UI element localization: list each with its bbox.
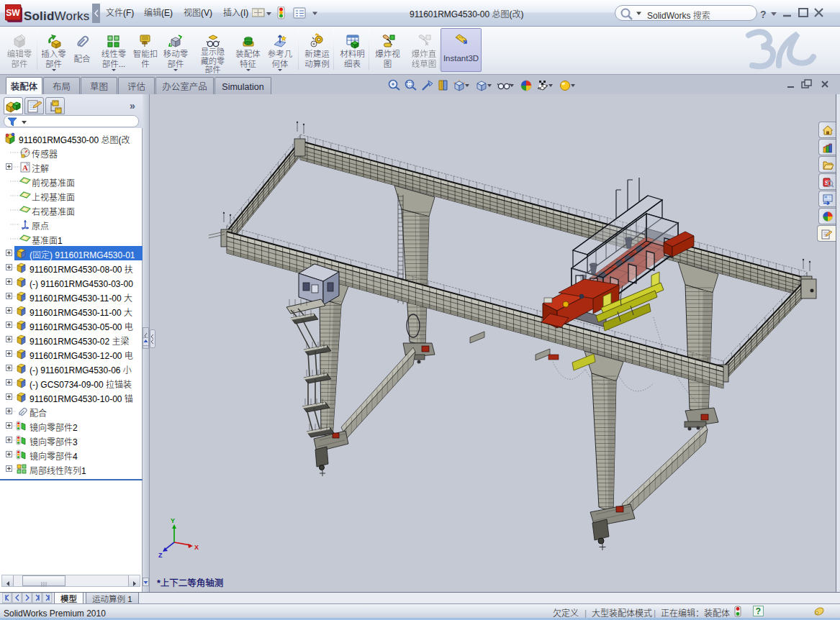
svg-text:Z: Z [158, 552, 163, 559]
svg-text:?: ? [756, 606, 761, 616]
svg-text:Y: Y [171, 517, 175, 524]
svg-text:X: X [194, 544, 199, 551]
svg-text:SW: SW [6, 8, 20, 18]
svg-text:*上下二等角轴测: *上下二等角轴测 [157, 575, 223, 589]
